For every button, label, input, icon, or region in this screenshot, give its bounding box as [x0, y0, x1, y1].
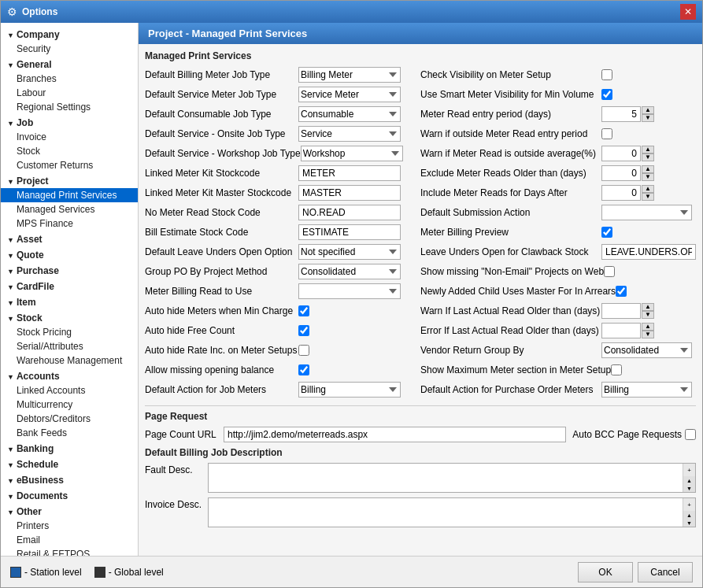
sidebar-group-purchase[interactable]: ▼Purchase: [1, 262, 138, 278]
form-row-bill-estimate: Bill Estimate Stock Code: [145, 224, 414, 241]
close-button[interactable]: ✕: [680, 4, 696, 20]
fault-desc-scroll-up[interactable]: ▲: [683, 476, 695, 484]
auto-bcc-label: Auto BCC Page Requests: [572, 429, 682, 440]
spin-dn-warn-last-actual[interactable]: ▼: [642, 311, 654, 319]
sidebar-group-accounts[interactable]: ▼Accounts: [1, 368, 138, 383]
checkbox-auto-bcc[interactable]: [685, 429, 696, 440]
select-vendor-return[interactable]: Consolidated: [601, 342, 692, 358]
select-leave-unders[interactable]: Not specified: [298, 244, 401, 260]
checkbox-show-missing-non-email[interactable]: [604, 266, 615, 277]
input-linked-meter-kit[interactable]: [298, 165, 401, 181]
spin-up-include-days-after[interactable]: ▲: [642, 185, 654, 193]
sidebar-item-serial-attributes[interactable]: Serial/Attributes: [1, 339, 138, 353]
checkbox-allow-missing[interactable]: [298, 364, 309, 375]
sidebar-item-managed-print-services[interactable]: Managed Print Services: [1, 188, 138, 202]
sidebar-item-bank-feeds[interactable]: Bank Feeds: [1, 426, 138, 440]
sidebar-item-stock[interactable]: Stock: [1, 144, 138, 158]
select-default-action-po[interactable]: Billing: [601, 382, 692, 398]
sidebar-group-ebusiness[interactable]: ▼eBusiness: [1, 472, 138, 487]
sidebar-group-documents[interactable]: ▼Documents: [1, 487, 138, 503]
textarea-fault-desc[interactable]: [209, 464, 683, 492]
textarea-invoice-desc[interactable]: [209, 498, 683, 527]
input-bill-estimate[interactable]: [298, 224, 401, 240]
invoice-desc-plus-btn[interactable]: +: [683, 498, 695, 511]
spin-up-error-last-actual[interactable]: ▲: [642, 323, 654, 331]
sidebar-item-invoice[interactable]: Invoice: [1, 130, 138, 144]
sidebar-item-printers[interactable]: Printers: [1, 519, 138, 533]
fault-desc-plus-btn[interactable]: +: [683, 464, 695, 476]
sidebar-group-schedule[interactable]: ▼Schedule: [1, 456, 138, 472]
checkbox-auto-hide-rate[interactable]: [298, 345, 309, 356]
sidebar-item-security[interactable]: Security: [1, 42, 138, 56]
sidebar-group-company[interactable]: ▼Company: [1, 26, 138, 42]
select-consumable-job-type[interactable]: Consumable: [298, 106, 401, 122]
spin-dn-meter-read-period[interactable]: ▼: [642, 114, 654, 122]
input-page-count-url[interactable]: [224, 427, 566, 442]
sidebar-group-stock-group[interactable]: ▼Stock: [1, 309, 138, 325]
sidebar-group-project[interactable]: ▼Project: [1, 172, 138, 188]
sidebar-group-banking[interactable]: ▼Banking: [1, 440, 138, 456]
sidebar-group-other[interactable]: ▼Other: [1, 503, 138, 519]
sidebar-item-labour[interactable]: Labour: [1, 86, 138, 100]
sidebar-item-multicurrency[interactable]: Multicurrency: [1, 398, 138, 412]
sidebar-group-quote[interactable]: ▼Quote: [1, 246, 138, 262]
checkbox-meter-billing-preview[interactable]: [601, 227, 612, 238]
sidebar-item-stock-pricing[interactable]: Stock Pricing: [1, 325, 138, 339]
input-exclude-older[interactable]: [601, 165, 641, 181]
spin-up-meter-read-period[interactable]: ▲: [642, 106, 654, 114]
sidebar-group-cardfile[interactable]: ▼CardFile: [1, 278, 138, 294]
select-billing-meter-job-type[interactable]: Billing Meter: [298, 67, 401, 83]
spin-up-warn-average[interactable]: ▲: [642, 146, 654, 153]
checkbox-check-visibility[interactable]: [601, 69, 612, 80]
checkbox-warn-outside[interactable]: [601, 128, 612, 139]
invoice-desc-scroll-dn[interactable]: ▼: [683, 519, 695, 527]
checkbox-smart-meter[interactable]: [601, 89, 612, 100]
fault-desc-scroll-dn[interactable]: ▼: [683, 484, 695, 492]
sidebar-item-mps-finance[interactable]: MPS Finance: [1, 216, 138, 231]
input-warn-last-actual[interactable]: [601, 303, 641, 319]
sidebar-item-email[interactable]: Email: [1, 533, 138, 547]
spin-dn-include-days-after[interactable]: ▼: [642, 193, 654, 201]
input-leave-unders-clawback[interactable]: [601, 244, 696, 260]
sidebar-item-customer-returns[interactable]: Customer Returns: [1, 158, 138, 172]
sidebar-item-regional-settings[interactable]: Regional Settings: [1, 100, 138, 114]
sidebar-item-branches[interactable]: Branches: [1, 72, 138, 86]
cancel-button[interactable]: Cancel: [638, 562, 693, 582]
select-meter-billing-read[interactable]: [298, 283, 401, 299]
spin-dn-warn-average[interactable]: ▼: [642, 153, 654, 161]
spin-dn-error-last-actual[interactable]: ▼: [642, 331, 654, 338]
select-onsite-job-type[interactable]: Service: [298, 126, 401, 142]
checkbox-auto-hide-min[interactable]: [298, 305, 309, 316]
sidebar-item-managed-services[interactable]: Managed Services: [1, 202, 138, 216]
input-include-days-after[interactable]: [601, 185, 641, 201]
label-allow-missing: Allow missing opening balance: [145, 364, 298, 375]
select-group-po[interactable]: Consolidated: [298, 264, 401, 279]
sidebar-group-item[interactable]: ▼Item: [1, 294, 138, 309]
input-warn-average[interactable]: [601, 146, 641, 161]
sidebar-item-debtors-creditors[interactable]: Debtors/Creditors: [1, 412, 138, 426]
checkbox-newly-added-child[interactable]: [616, 286, 627, 297]
sidebar-group-job[interactable]: ▼Job: [1, 114, 138, 130]
sidebar-item-warehouse-management[interactable]: Warehouse Management: [1, 353, 138, 368]
checkbox-auto-hide-free[interactable]: [298, 325, 309, 336]
input-error-last-actual[interactable]: [601, 323, 641, 338]
sidebar-item-linked-accounts[interactable]: Linked Accounts: [1, 383, 138, 398]
ok-button[interactable]: OK: [578, 562, 633, 582]
sidebar-item-retail-eftpos[interactable]: Retail & EFTPOS: [1, 547, 138, 556]
select-service-meter-job-type[interactable]: Service Meter: [298, 87, 401, 102]
invoice-desc-scroll-up[interactable]: ▲: [683, 511, 695, 519]
input-meter-read-period[interactable]: [601, 106, 641, 122]
input-no-meter-read[interactable]: [298, 205, 401, 220]
label-no-meter-read: No Meter Read Stock Code: [145, 207, 298, 218]
input-linked-meter-master[interactable]: [298, 185, 401, 201]
select-default-action-job[interactable]: Billing: [298, 382, 401, 398]
spin-dn-exclude-older[interactable]: ▼: [642, 173, 654, 181]
select-default-submission[interactable]: [601, 205, 692, 220]
select-workshop-job-type[interactable]: Workshop: [301, 146, 403, 161]
spin-up-warn-last-actual[interactable]: ▲: [642, 303, 654, 311]
divider-1: [145, 405, 696, 406]
sidebar-group-general[interactable]: ▼General: [1, 56, 138, 72]
checkbox-show-maximum[interactable]: [611, 364, 622, 375]
sidebar-group-asset[interactable]: ▼Asset: [1, 231, 138, 246]
spin-up-exclude-older[interactable]: ▲: [642, 165, 654, 173]
